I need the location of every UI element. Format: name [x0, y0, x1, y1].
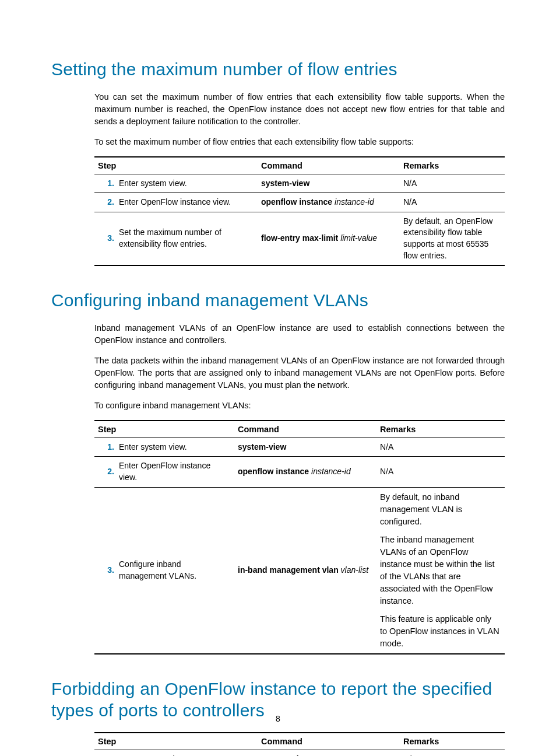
- command-text: in-band management vlan vlan-list: [234, 487, 376, 654]
- table-row: 1. Enter system view. system-view N/A: [94, 174, 505, 193]
- command-text: flow-entry max-limit limit-value: [258, 212, 400, 265]
- col-command: Command: [234, 421, 376, 438]
- paragraph: Inband management VLANs of an OpenFlow i…: [94, 322, 505, 346]
- col-step: Step: [94, 733, 258, 750]
- remarks-text: N/A: [376, 438, 505, 457]
- table-row: 2. Enter OpenFlow instance view. openflo…: [94, 193, 505, 212]
- table-row: 2. Enter OpenFlow instance view. openflo…: [94, 457, 505, 487]
- step-text: Enter OpenFlow instance view.: [115, 457, 234, 487]
- step-number: 3.: [94, 487, 115, 654]
- command-text: openflow instance instance-id: [258, 193, 400, 212]
- section-max-flow-entries: Setting the maximum number of flow entri…: [51, 58, 505, 266]
- paragraph: You can set the maximum number of flow e…: [94, 91, 505, 128]
- step-number: 1.: [94, 750, 115, 756]
- content: Setting the maximum number of flow entri…: [51, 58, 505, 756]
- step-number: 1.: [94, 174, 115, 193]
- col-command: Command: [258, 733, 400, 750]
- table-row: 3. Set the maximum number of extensibili…: [94, 212, 505, 265]
- table-row: 1. Enter system view. system-view N/A: [94, 750, 505, 756]
- col-step: Step: [94, 157, 258, 174]
- paragraph: To set the maximum number of flow entrie…: [94, 136, 505, 148]
- table-row: 1. Enter system view. system-view N/A: [94, 438, 505, 457]
- paragraph: To configure inband management VLANs:: [94, 400, 505, 412]
- step-number: 3.: [94, 212, 115, 265]
- command-text: system-view: [258, 174, 400, 193]
- remarks-text: N/A: [400, 750, 505, 756]
- remarks-text: N/A: [376, 457, 505, 487]
- col-command: Command: [258, 157, 400, 174]
- remarks-text: N/A: [400, 174, 505, 193]
- page: Setting the maximum number of flow entri…: [0, 0, 556, 756]
- command-text: system-view: [258, 750, 400, 756]
- section-inband-vlans: Configuring inband management VLANs Inba…: [51, 289, 505, 654]
- step-number: 2.: [94, 457, 115, 487]
- heading: Setting the maximum number of flow entri…: [51, 58, 505, 80]
- remarks-text: By default, no inband management VLAN is…: [376, 487, 505, 654]
- heading: Configuring inband management VLANs: [51, 289, 505, 312]
- step-text: Configure inband management VLANs.: [115, 487, 234, 654]
- col-remarks: Remarks: [400, 157, 505, 174]
- step-text: Enter system view.: [115, 438, 234, 457]
- step-text: Enter system view.: [115, 750, 258, 756]
- command-text: openflow instance instance-id: [234, 457, 376, 487]
- col-remarks: Remarks: [400, 733, 505, 750]
- col-remarks: Remarks: [376, 421, 505, 438]
- step-text: Enter OpenFlow instance view.: [115, 193, 258, 212]
- step-number: 1.: [94, 438, 115, 457]
- remarks-text: N/A: [400, 193, 505, 212]
- page-number: 8: [0, 714, 556, 723]
- step-text: Enter system view.: [115, 174, 258, 193]
- col-step: Step: [94, 421, 234, 438]
- procedure-table: Step Command Remarks 1. Enter system vie…: [94, 732, 505, 756]
- procedure-table: Step Command Remarks 1. Enter system vie…: [94, 420, 505, 654]
- table-row: 3. Configure inband management VLANs. in…: [94, 487, 505, 654]
- command-text: system-view: [234, 438, 376, 457]
- remarks-text: By default, an OpenFlow extensibility fl…: [400, 212, 505, 265]
- step-text: Set the maximum number of extensibility …: [115, 212, 258, 265]
- procedure-table: Step Command Remarks 1. Enter system vie…: [94, 156, 505, 267]
- paragraph: The data packets within the inband manag…: [94, 355, 505, 391]
- step-number: 2.: [94, 193, 115, 212]
